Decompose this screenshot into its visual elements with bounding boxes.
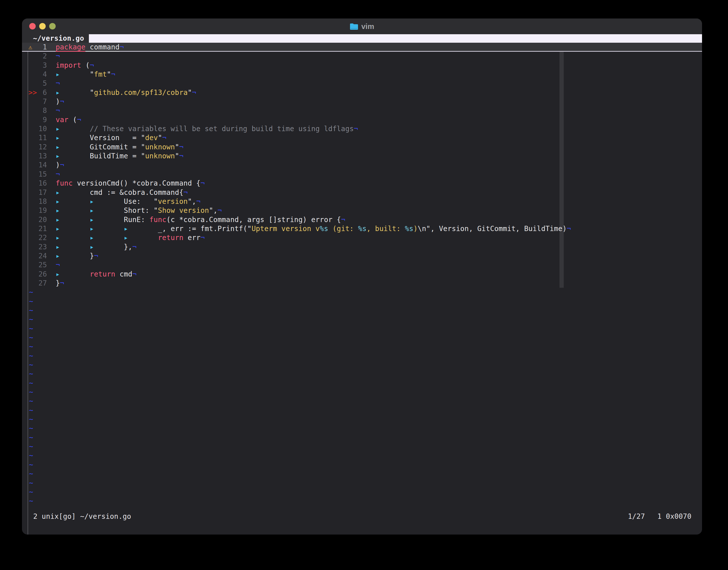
code-line[interactable]: 18▸ ▸ Use: "version",¬ [22,197,702,206]
statusline-line-position: 1/27 [628,512,645,521]
line-number: 9 [43,115,47,124]
gutter: 14 [22,161,56,170]
code-text: ¬ [56,52,60,61]
filler-tilde-line: ~ [22,479,702,488]
tilde-marker: ~ [22,488,33,497]
code-line[interactable]: 15¬ [22,170,702,179]
code-text: ¬ [56,79,60,88]
gutter: 22 [22,233,56,242]
filler-tilde-line: ~ [22,415,702,424]
code-line[interactable]: 9var (¬ [22,115,702,124]
tilde-marker: ~ [22,342,33,351]
minimize-button[interactable] [39,23,46,29]
tab-indent-icon: ▸ [56,70,90,78]
code-line[interactable]: >>6▸ "github.com/spf13/cobra"¬ [22,88,702,97]
tab-indent-icon: ▸ [56,88,90,97]
eol-marker-icon: ¬ [120,43,124,51]
code-line[interactable]: 17▸ cmd := &cobra.Command{¬ [22,188,702,197]
line-number: 2 [43,52,47,61]
window-titlebar[interactable]: vim [22,18,702,34]
eol-marker-icon: ¬ [90,61,94,69]
gutter: 7 [22,97,56,106]
tab-indent-icon: ▸ [56,225,90,233]
zoom-button[interactable] [49,23,56,29]
eol-marker-icon: ¬ [354,124,358,133]
eol-marker-icon: ¬ [60,161,64,169]
tilde-marker: ~ [22,460,33,469]
code-text: ▸ BuildTime = "unknown"¬ [56,152,183,161]
tab-indent-icon: ▸ [56,206,90,215]
code-line[interactable]: 8¬ [22,106,702,115]
tab-version-go[interactable]: ~/version.go [22,34,89,43]
line-number: 27 [38,279,47,288]
tab-indent-icon: ▸ [90,206,124,215]
eol-marker-icon: ¬ [179,152,183,160]
line-number: 8 [43,106,47,115]
code-area[interactable]: ⚠1package command¬2¬3import (¬4▸ "fmt"¬5… [22,43,702,535]
tab-indent-icon: ▸ [56,124,90,133]
gutter: 3 [22,61,56,70]
gutter: 5 [22,79,56,88]
code-text: )¬ [56,97,64,106]
gutter: 13 [22,152,56,161]
code-line[interactable]: 3import (¬ [22,61,702,70]
statusline-cursor-byte: 1 0x0070 [657,512,691,521]
code-line[interactable]: 20▸ ▸ RunE: func(c *cobra.Command, args … [22,215,702,224]
eol-marker-icon: ¬ [192,88,196,97]
code-line[interactable]: 10▸ // These variables will be set durin… [22,124,702,133]
code-line[interactable]: ⚠1package command¬ [22,43,702,52]
code-line[interactable]: 12▸ GitCommit = "unknown"¬ [22,142,702,152]
filler-tilde-line: ~ [22,315,702,324]
line-number: 20 [38,215,47,224]
tab-indent-icon: ▸ [90,197,124,206]
code-text: )¬ [56,161,64,170]
code-line[interactable]: 5¬ [22,79,702,88]
code-text: ▸ "github.com/spf13/cobra"¬ [56,88,196,97]
code-line[interactable]: 23▸ ▸ },¬ [22,243,702,252]
close-button[interactable] [29,23,36,29]
eol-marker-icon: ¬ [183,188,188,197]
filler-tilde-line: ~ [22,388,702,397]
gutter: 26 [22,270,56,279]
tilde-marker: ~ [22,424,33,433]
code-line[interactable]: 13▸ BuildTime = "unknown"¬ [22,152,702,161]
tab-indent-icon: ▸ [90,225,124,233]
eol-marker-icon: ¬ [132,243,136,251]
filler-tilde-line: ~ [22,497,702,506]
tilde-marker: ~ [22,379,33,388]
code-line[interactable]: 14)¬ [22,161,702,170]
code-line[interactable]: 7)¬ [22,97,702,106]
code-text: ▸ "fmt"¬ [56,70,115,79]
filler-tilde-line: ~ [22,333,702,342]
tab-indent-icon: ▸ [56,216,90,224]
code-line[interactable]: 21▸ ▸ ▸ _, err := fmt.Printf("Upterm ver… [22,224,702,233]
code-line[interactable]: 11▸ Version = "dev"¬ [22,133,702,142]
filler-tilde-line: ~ [22,342,702,351]
gutter: 17 [22,188,56,197]
code-line[interactable]: 25¬ [22,261,702,270]
line-number: 22 [38,233,47,242]
code-line[interactable]: 27}¬ [22,279,702,288]
filler-tilde-line: ~ [22,288,702,297]
tilde-marker: ~ [22,360,33,369]
statusline: 2 unix[go] ~/version.go 1/27 1 0x0070 [22,512,702,521]
code-line[interactable]: 4▸ "fmt"¬ [22,70,702,79]
filler-tilde-line: ~ [22,442,702,451]
tab-indent-icon: ▸ [56,133,90,142]
code-line[interactable]: 26▸ return cmd¬ [22,270,702,279]
code-line[interactable]: 2¬ [22,52,702,61]
code-text: }¬ [56,279,64,288]
code-line[interactable]: 19▸ ▸ Short: "Show version",¬ [22,206,702,215]
tilde-marker: ~ [22,315,33,324]
tilde-marker: ~ [22,451,33,460]
gutter: ⚠1 [22,43,56,51]
code-line[interactable]: 22▸ ▸ ▸ return err¬ [22,233,702,242]
eol-marker-icon: ¬ [56,106,60,115]
code-line[interactable]: 16func versionCmd() *cobra.Command {¬ [22,179,702,188]
line-number: 10 [38,124,47,133]
filler-tilde-line: ~ [22,297,702,306]
code-text: ▸ ▸ RunE: func(c *cobra.Command, args []… [56,215,345,224]
code-line[interactable]: 24▸ }¬ [22,252,702,261]
gutter: 8 [22,106,56,115]
code-text: ▸ GitCommit = "unknown"¬ [56,142,183,152]
